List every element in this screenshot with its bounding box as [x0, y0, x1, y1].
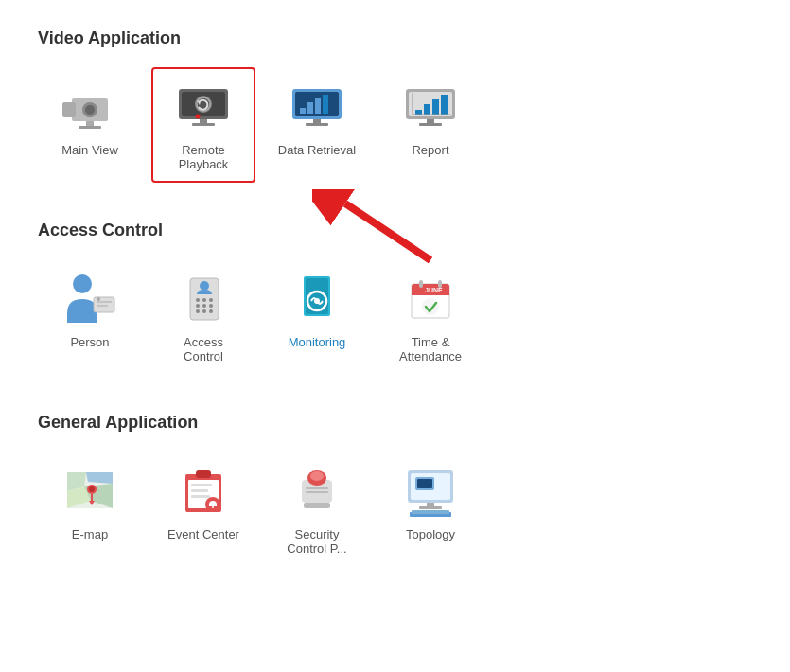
general-section-title: General Application: [38, 413, 752, 433]
access-control-section: Access Control Person: [38, 221, 752, 375]
time-attendance-item[interactable]: JUNE Time & Attendance: [378, 259, 483, 375]
emap-icon: [57, 463, 123, 520]
svg-point-43: [209, 298, 213, 302]
svg-point-48: [202, 309, 206, 313]
general-application-section: General Application: [38, 413, 752, 567]
video-section-title: Video Application: [38, 28, 752, 48]
svg-rect-81: [306, 487, 328, 489]
topology-label: Topology: [406, 527, 455, 541]
access-control-item[interactable]: Access Control: [151, 259, 255, 375]
svg-point-40: [200, 281, 209, 291]
svg-rect-19: [323, 95, 328, 114]
svg-rect-58: [419, 280, 423, 288]
svg-point-42: [202, 298, 206, 302]
svg-point-44: [196, 304, 200, 308]
emap-label: E-map: [72, 527, 108, 541]
svg-rect-18: [315, 98, 321, 114]
remote-playback-icon: [170, 79, 237, 135]
svg-point-3: [85, 105, 95, 115]
svg-point-41: [196, 298, 200, 302]
data-retrieval-icon: [284, 79, 350, 135]
svg-rect-25: [424, 104, 430, 115]
svg-rect-77: [212, 506, 214, 508]
svg-rect-72: [196, 470, 211, 478]
svg-point-46: [209, 304, 213, 308]
access-control-icon: [170, 271, 237, 327]
svg-point-49: [209, 309, 213, 313]
svg-rect-27: [441, 95, 448, 115]
time-attendance-label: Time & Attendance: [390, 335, 471, 363]
svg-point-45: [202, 304, 206, 308]
video-application-section: Video Application Main View: [38, 28, 752, 183]
svg-rect-73: [191, 484, 212, 486]
security-control-label: Security Control P...: [276, 527, 358, 556]
svg-point-38: [97, 297, 100, 301]
emap-item[interactable]: E-map: [38, 451, 142, 567]
svg-rect-16: [300, 108, 306, 114]
remote-playback-label: Remote Playback: [163, 143, 244, 171]
person-label: Person: [70, 335, 109, 349]
security-control-item[interactable]: Security Control P...: [265, 451, 369, 567]
monitoring-icon: [284, 271, 350, 327]
monitoring-label: Monitoring: [289, 335, 346, 349]
svg-rect-82: [306, 491, 328, 493]
access-icon-grid: Person: [38, 259, 752, 375]
data-retrieval-label: Data Retrieval: [278, 143, 356, 157]
security-control-icon: [284, 463, 350, 520]
report-icon: [397, 79, 464, 135]
svg-rect-31: [419, 123, 442, 126]
svg-point-67: [89, 486, 95, 492]
event-center-icon: [170, 463, 237, 520]
svg-rect-1: [62, 102, 76, 117]
svg-rect-74: [191, 489, 208, 492]
svg-rect-12: [192, 123, 215, 126]
event-center-item[interactable]: Event Center: [151, 451, 255, 567]
video-icon-grid: Main View: [38, 67, 752, 183]
svg-point-13: [196, 114, 201, 118]
topology-icon: [397, 463, 464, 520]
svg-rect-21: [306, 123, 328, 126]
svg-point-53: [314, 298, 320, 304]
person-item[interactable]: Person: [38, 259, 142, 375]
svg-point-60: [422, 298, 439, 315]
event-center-label: Event Center: [167, 527, 239, 541]
topology-item[interactable]: Topology: [378, 451, 483, 567]
main-view-item[interactable]: Main View: [38, 67, 142, 183]
report-label: Report: [412, 143, 448, 157]
access-control-label: Access Control: [163, 335, 244, 363]
data-retrieval-item[interactable]: Data Retrieval: [265, 67, 369, 183]
svg-rect-91: [412, 510, 449, 514]
svg-rect-24: [415, 110, 422, 115]
main-view-icon: [57, 79, 123, 135]
remote-playback-item[interactable]: Remote Playback: [151, 67, 255, 183]
svg-rect-87: [417, 479, 432, 488]
time-attendance-icon: JUNE: [397, 271, 464, 327]
svg-rect-26: [432, 99, 439, 115]
svg-rect-5: [79, 126, 101, 129]
svg-text:JUNE: JUNE: [425, 287, 443, 293]
report-item[interactable]: Report: [378, 67, 483, 183]
svg-rect-89: [419, 506, 442, 509]
access-section-title: Access Control: [38, 221, 752, 240]
monitoring-item[interactable]: Monitoring: [265, 259, 369, 375]
svg-rect-17: [307, 102, 313, 114]
svg-point-80: [310, 471, 324, 481]
general-icon-grid: E-map: [38, 451, 752, 567]
svg-rect-59: [438, 280, 442, 288]
main-view-label: Main View: [61, 143, 118, 157]
svg-point-47: [196, 309, 200, 313]
svg-rect-75: [191, 495, 210, 498]
person-icon: [57, 271, 123, 327]
svg-point-34: [73, 274, 92, 293]
svg-rect-83: [304, 503, 330, 508]
